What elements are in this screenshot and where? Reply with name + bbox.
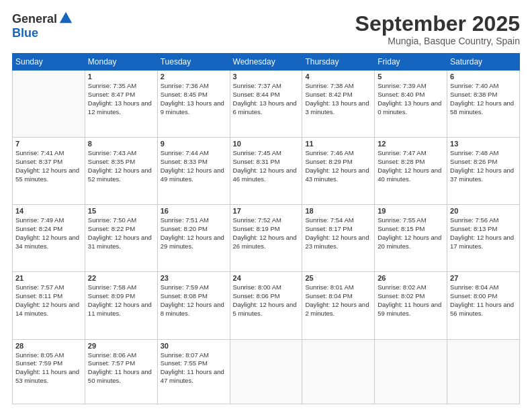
day-number: 18 (305, 207, 371, 215)
week-row-0: 1 Sunrise: 7:35 AMSunset: 8:47 PMDayligh… (13, 71, 520, 138)
day-info: Sunrise: 8:02 AMSunset: 8:02 PMDaylight:… (378, 283, 441, 316)
day-info: Sunrise: 8:04 AMSunset: 8:00 PMDaylight:… (450, 283, 514, 316)
day-number: 2 (161, 73, 227, 81)
day-info: Sunrise: 7:39 AMSunset: 8:40 PMDaylight:… (378, 82, 441, 115)
day-info: Sunrise: 7:43 AMSunset: 8:35 PMDaylight:… (88, 149, 152, 182)
day-number: 30 (161, 342, 227, 350)
day-cell-2-1: 15 Sunrise: 7:50 AMSunset: 8:22 PMDaylig… (85, 205, 157, 272)
header-friday: Friday (375, 54, 447, 71)
day-info: Sunrise: 7:54 AMSunset: 8:17 PMDaylight:… (305, 216, 369, 249)
day-number: 4 (305, 73, 371, 81)
month-title: September 2025 (355, 12, 520, 36)
day-cell-1-5: 12 Sunrise: 7:47 AMSunset: 8:28 PMDaylig… (375, 138, 447, 205)
subtitle: Mungia, Basque Country, Spain (355, 36, 520, 46)
day-info: Sunrise: 7:51 AMSunset: 8:20 PMDaylight:… (161, 216, 224, 249)
day-cell-4-6 (447, 339, 520, 404)
day-cell-1-4: 11 Sunrise: 7:46 AMSunset: 8:29 PMDaylig… (302, 138, 375, 205)
day-cell-1-1: 8 Sunrise: 7:43 AMSunset: 8:35 PMDayligh… (85, 138, 157, 205)
header: General Blue September 2025 Mungia, Basq… (12, 12, 520, 46)
svg-marker-0 (60, 11, 72, 23)
day-number: 6 (450, 73, 517, 81)
day-info: Sunrise: 7:40 AMSunset: 8:38 PMDaylight:… (450, 82, 514, 115)
day-info: Sunrise: 7:52 AMSunset: 8:19 PMDaylight:… (233, 216, 297, 249)
day-number: 25 (305, 274, 371, 282)
day-cell-0-5: 5 Sunrise: 7:39 AMSunset: 8:40 PMDayligh… (375, 71, 447, 138)
logo-icon (58, 11, 73, 26)
day-info: Sunrise: 7:45 AMSunset: 8:31 PMDaylight:… (233, 149, 297, 182)
day-info: Sunrise: 8:05 AMSunset: 7:59 PMDaylight:… (15, 351, 79, 384)
title-block: September 2025 Mungia, Basque Country, S… (355, 12, 520, 46)
day-cell-2-3: 17 Sunrise: 7:52 AMSunset: 8:19 PMDaylig… (230, 205, 302, 272)
week-row-1: 7 Sunrise: 7:41 AMSunset: 8:37 PMDayligh… (13, 138, 520, 205)
week-row-3: 21 Sunrise: 7:57 AMSunset: 8:11 PMDaylig… (13, 272, 520, 339)
day-number: 26 (378, 274, 444, 282)
day-info: Sunrise: 7:59 AMSunset: 8:08 PMDaylight:… (161, 283, 224, 316)
day-info: Sunrise: 7:55 AMSunset: 8:15 PMDaylight:… (378, 216, 441, 249)
day-cell-4-0: 28 Sunrise: 8:05 AMSunset: 7:59 PMDaylig… (13, 339, 85, 404)
day-number: 28 (15, 342, 82, 350)
day-cell-3-1: 22 Sunrise: 7:58 AMSunset: 8:09 PMDaylig… (85, 272, 157, 339)
day-number: 27 (450, 274, 517, 282)
day-number: 7 (15, 140, 82, 148)
day-number: 14 (15, 207, 82, 215)
header-wednesday: Wednesday (230, 54, 302, 71)
day-cell-3-3: 24 Sunrise: 8:00 AMSunset: 8:06 PMDaylig… (230, 272, 302, 339)
day-info: Sunrise: 7:50 AMSunset: 8:22 PMDaylight:… (88, 216, 152, 249)
day-cell-0-3: 3 Sunrise: 7:37 AMSunset: 8:44 PMDayligh… (230, 71, 302, 138)
day-number: 29 (88, 342, 154, 350)
day-number: 5 (378, 73, 444, 81)
day-info: Sunrise: 7:46 AMSunset: 8:29 PMDaylight:… (305, 149, 369, 182)
day-number: 10 (233, 140, 300, 148)
day-cell-0-6: 6 Sunrise: 7:40 AMSunset: 8:38 PMDayligh… (447, 71, 520, 138)
calendar-table: Sunday Monday Tuesday Wednesday Thursday… (12, 53, 520, 404)
day-number: 23 (161, 274, 227, 282)
day-number: 22 (88, 274, 154, 282)
day-number: 13 (450, 140, 517, 148)
day-number: 19 (378, 207, 444, 215)
day-info: Sunrise: 7:35 AMSunset: 8:47 PMDaylight:… (88, 82, 152, 115)
header-thursday: Thursday (302, 54, 375, 71)
day-number: 3 (233, 73, 300, 81)
day-number: 17 (233, 207, 300, 215)
day-info: Sunrise: 7:38 AMSunset: 8:42 PMDaylight:… (305, 82, 369, 115)
header-tuesday: Tuesday (157, 54, 230, 71)
logo: General Blue (12, 12, 73, 40)
header-sunday: Sunday (13, 54, 85, 71)
day-cell-1-6: 13 Sunrise: 7:48 AMSunset: 8:26 PMDaylig… (447, 138, 520, 205)
day-cell-2-4: 18 Sunrise: 7:54 AMSunset: 8:17 PMDaylig… (302, 205, 375, 272)
day-info: Sunrise: 7:47 AMSunset: 8:28 PMDaylight:… (378, 149, 441, 182)
day-cell-1-0: 7 Sunrise: 7:41 AMSunset: 8:37 PMDayligh… (13, 138, 85, 205)
day-number: 8 (88, 140, 154, 148)
day-info: Sunrise: 7:57 AMSunset: 8:11 PMDaylight:… (15, 283, 79, 316)
day-cell-1-3: 10 Sunrise: 7:45 AMSunset: 8:31 PMDaylig… (230, 138, 302, 205)
day-info: Sunrise: 7:36 AMSunset: 8:45 PMDaylight:… (161, 82, 224, 115)
day-number: 24 (233, 274, 300, 282)
day-info: Sunrise: 8:01 AMSunset: 8:04 PMDaylight:… (305, 283, 369, 316)
day-info: Sunrise: 7:56 AMSunset: 8:13 PMDaylight:… (450, 216, 514, 249)
day-cell-3-5: 26 Sunrise: 8:02 AMSunset: 8:02 PMDaylig… (375, 272, 447, 339)
day-cell-0-1: 1 Sunrise: 7:35 AMSunset: 8:47 PMDayligh… (85, 71, 157, 138)
day-info: Sunrise: 7:41 AMSunset: 8:37 PMDaylight:… (15, 149, 79, 182)
day-info: Sunrise: 7:44 AMSunset: 8:33 PMDaylight:… (161, 149, 224, 182)
day-cell-0-0 (13, 71, 85, 138)
day-cell-4-2: 30 Sunrise: 8:07 AMSunset: 7:55 PMDaylig… (157, 339, 230, 404)
day-cell-1-2: 9 Sunrise: 7:44 AMSunset: 8:33 PMDayligh… (157, 138, 230, 205)
day-info: Sunrise: 8:00 AMSunset: 8:06 PMDaylight:… (233, 283, 297, 316)
day-cell-0-4: 4 Sunrise: 7:38 AMSunset: 8:42 PMDayligh… (302, 71, 375, 138)
day-cell-3-4: 25 Sunrise: 8:01 AMSunset: 8:04 PMDaylig… (302, 272, 375, 339)
day-number: 21 (15, 274, 82, 282)
day-cell-2-5: 19 Sunrise: 7:55 AMSunset: 8:15 PMDaylig… (375, 205, 447, 272)
weekday-header-row: Sunday Monday Tuesday Wednesday Thursday… (13, 54, 520, 71)
logo-blue-text: Blue (12, 26, 38, 40)
logo-general-text: General (12, 12, 57, 26)
week-row-4: 28 Sunrise: 8:05 AMSunset: 7:59 PMDaylig… (13, 339, 520, 404)
day-number: 12 (378, 140, 444, 148)
week-row-2: 14 Sunrise: 7:49 AMSunset: 8:24 PMDaylig… (13, 205, 520, 272)
day-cell-0-2: 2 Sunrise: 7:36 AMSunset: 8:45 PMDayligh… (157, 71, 230, 138)
day-info: Sunrise: 7:49 AMSunset: 8:24 PMDaylight:… (15, 216, 79, 249)
day-cell-4-4 (302, 339, 375, 404)
day-number: 20 (450, 207, 517, 215)
day-cell-4-3 (230, 339, 302, 404)
day-number: 11 (305, 140, 371, 148)
day-info: Sunrise: 7:48 AMSunset: 8:26 PMDaylight:… (450, 149, 514, 182)
